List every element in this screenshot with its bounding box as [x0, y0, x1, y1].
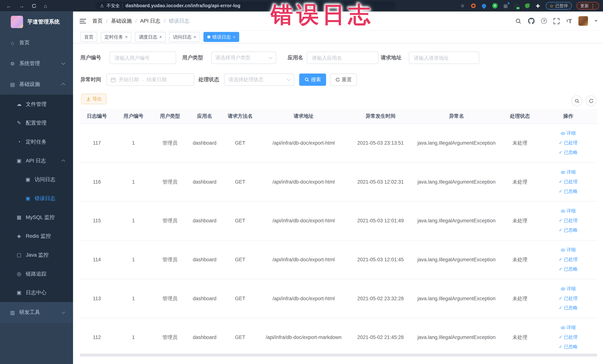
sidebar-item-系统管理[interactable]: ⚙系统管理 [0, 53, 73, 74]
request-url-input[interactable] [409, 52, 479, 64]
sidebar-item-API-日志[interactable]: ▣API 日志 [0, 151, 73, 170]
extension-blue-icon[interactable] [481, 3, 487, 9]
cell-exception-name: java.lang.IllegalArgumentException [412, 318, 501, 357]
close-icon[interactable]: × [159, 34, 162, 40]
sidebar-item-MySQL-监控[interactable]: ▦MySQL 监控 [0, 208, 73, 227]
cell-actions: 详细✓已处理✓已忽略 [539, 279, 597, 318]
browser-reload-icon[interactable] [32, 3, 36, 8]
processed-link[interactable]: ✓已处理 [539, 255, 597, 264]
tab-定时任务[interactable]: 定时任务× [101, 32, 132, 42]
ignored-link[interactable]: ✓已忽略 [539, 264, 597, 274]
sidebar-item-文件管理[interactable]: ☁文件管理 [0, 94, 73, 114]
extension-green-v-icon[interactable]: V [492, 3, 498, 9]
extension-orange-icon[interactable] [470, 3, 476, 9]
ignored-link[interactable]: ✓已忽略 [539, 342, 597, 352]
close-icon[interactable]: × [194, 34, 196, 40]
breadcrumb: 首页/基础设施/API 日志/错误日志 [92, 17, 189, 24]
sidebar-item-日志中心[interactable]: ▣日志中心 [0, 283, 73, 302]
sidebar-item-配置管理[interactable]: ✎配置管理 [0, 114, 73, 132]
sidebar-item-Redis-监控[interactable]: ◈Redis 监控 [0, 227, 73, 246]
help-icon[interactable]: ? [541, 18, 547, 24]
close-icon[interactable]: × [233, 34, 235, 40]
detail-link[interactable]: 详细 [539, 167, 597, 177]
processed-link[interactable]: ✓已处理 [539, 332, 597, 342]
github-icon[interactable] [528, 18, 534, 24]
hamburger-icon[interactable] [80, 17, 86, 24]
extension-onoff-icon[interactable] [513, 3, 519, 9]
breadcrumb-item[interactable]: API 日志 [140, 17, 160, 24]
sidebar-item-错误日志[interactable]: ▣错误日志 [0, 189, 73, 208]
sidebar-item-基础设施[interactable]: ▤基础设施 [0, 74, 73, 94]
font-size-icon[interactable]: TT [566, 18, 572, 24]
detail-link[interactable]: 详细 [539, 206, 597, 216]
fullscreen-icon[interactable] [554, 18, 560, 24]
browser-forward-icon[interactable]: → [19, 3, 24, 9]
cell-log-id: 115 [80, 201, 114, 240]
export-button[interactable]: 导出 [81, 94, 107, 104]
cell-user-type: 管理员 [153, 201, 187, 240]
app-logo-row[interactable]: 芋道管理系统 [0, 12, 73, 32]
cell-request-method: GET [222, 201, 258, 240]
sidebar-item-链路追踪[interactable]: ◎链路追踪 [0, 264, 73, 283]
search-toggle-button[interactable] [571, 95, 582, 106]
detail-link[interactable]: 详细 [539, 245, 597, 255]
ignored-link[interactable]: ✓已忽略 [539, 303, 597, 313]
processed-link[interactable]: ✓已处理 [539, 138, 597, 148]
tab-首页[interactable]: 首页 [81, 32, 97, 42]
search-button[interactable]: 搜索 [299, 73, 326, 86]
sidebar-item-访问日志[interactable]: ▣访问日志 [0, 170, 73, 189]
extension-leaf-icon[interactable] [524, 3, 530, 9]
breadcrumb-separator: / [135, 18, 137, 24]
horizontal-scrollbar[interactable] [80, 354, 597, 356]
cell-user-id: 1 [114, 201, 152, 240]
reset-button[interactable]: 重置 [330, 73, 357, 86]
sidebar-item-Java-监控[interactable]: ▢Java 监控 [0, 246, 73, 264]
request-url-label: 请求地址 [381, 52, 402, 64]
cell-user-type: 管理员 [153, 318, 187, 357]
extensions-puzzle-icon[interactable]: ✚ [535, 3, 541, 9]
chevron-down-icon [61, 310, 65, 314]
detail-link[interactable]: 详细 [539, 284, 597, 294]
processed-link[interactable]: ✓已处理 [539, 216, 597, 225]
search-icon [574, 98, 579, 103]
sidebar-item-定时任务[interactable]: ◔定时任务 [0, 132, 73, 151]
processed-link[interactable]: ✓已处理 [539, 177, 597, 187]
detail-link[interactable]: 详细 [539, 129, 597, 138]
ignored-link[interactable]: ✓已忽略 [539, 187, 597, 196]
cell-process-status: 未处理 [501, 240, 539, 279]
ignored-link[interactable]: ✓已忽略 [539, 225, 597, 235]
app-name-input[interactable] [307, 52, 379, 64]
avatar-dropdown-caret-icon[interactable] [594, 20, 598, 22]
detail-link[interactable]: 详细 [539, 323, 597, 332]
config-icon: ✎ [16, 120, 22, 126]
user-avatar[interactable] [578, 16, 588, 26]
ignored-link[interactable]: ✓已忽略 [539, 148, 597, 157]
update-badge[interactable]: 更新 ⋮ [577, 2, 599, 10]
breadcrumb-item[interactable]: 首页 [92, 17, 103, 24]
exception-time-range-picker[interactable]: 开始日期 - 结束日期 [107, 73, 194, 86]
processed-link[interactable]: ✓已处理 [539, 294, 597, 303]
breadcrumb-separator: / [106, 18, 108, 24]
sidebar-item-首页[interactable]: ⌂首页 [0, 32, 73, 53]
user-id-input[interactable] [110, 52, 176, 64]
eye-icon [561, 286, 565, 291]
tab-label: 访问日志 [173, 34, 192, 40]
refresh-button[interactable] [586, 95, 596, 106]
tab-访问日志[interactable]: 访问日志× [169, 32, 200, 42]
bookmark-star-icon[interactable]: ☆ [460, 3, 466, 9]
close-icon[interactable]: × [125, 34, 128, 40]
process-status-select[interactable]: 请选择处理状态 [224, 73, 294, 86]
tab-错误日志[interactable]: 错误日志× [204, 32, 239, 42]
browser-home-icon[interactable]: ⌂ [44, 3, 47, 9]
chevron-down-icon [287, 77, 291, 81]
browser-back-icon[interactable]: ← [6, 3, 12, 9]
search-icon[interactable] [515, 18, 522, 24]
paused-badge[interactable]: ☺ 已暂停 [545, 2, 572, 10]
cell-exception-name: java.lang.IllegalArgumentException [412, 240, 501, 279]
breadcrumb-item[interactable]: 基础设施 [111, 17, 132, 24]
tab-调度日志[interactable]: 调度日志× [135, 32, 166, 42]
sidebar-item-研发工具[interactable]: ▥研发工具 [0, 302, 73, 323]
user-type-select[interactable]: 请选择用户类型 [211, 52, 276, 64]
extension-grid-icon[interactable]: ⊞ [502, 3, 509, 9]
cell-user-id: 1 [114, 163, 152, 201]
